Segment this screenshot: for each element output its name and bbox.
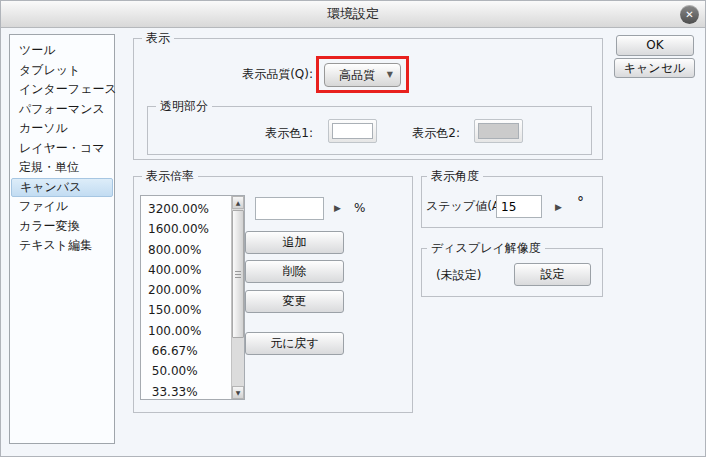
display-quality-dropdown[interactable]: 高品質 ▼ [324,63,401,87]
scrollbar-grip-icon [235,271,241,278]
zoom-level-item[interactable]: 3200.00% [141,199,244,219]
display-resolution-title: ディスプレイ解像度 [427,241,545,255]
zoom-level-item[interactable]: 400.00% [141,260,244,280]
spinner-right-icon[interactable]: ▶ [334,202,341,214]
zoom-value-input[interactable] [255,197,324,220]
transparent-part-title: 透明部分 [156,99,212,113]
degree-unit-label: ° [577,194,584,210]
zoom-level-item[interactable]: 33.33% [141,382,244,402]
cancel-button[interactable]: キャンセル [614,58,695,78]
display-color1-label: 表示色1: [258,125,313,142]
sidebar-item-file[interactable]: ファイル [10,197,114,217]
zoom-level-item[interactable]: 66.67% [141,341,244,361]
zoom-level-item[interactable]: 800.00% [141,240,244,260]
sidebar-item-layer-frame[interactable]: レイヤー・コマ [10,139,114,159]
dialog-title: 環境設定 [1,1,705,28]
reset-button[interactable]: 元に戻す [245,332,344,355]
step-value-input[interactable] [496,195,542,218]
zoom-level-listbox: 3200.00% 1600.00% 800.00% 400.00% 200.00… [140,195,245,400]
delete-button[interactable]: 削除 [245,260,344,283]
chevron-down-icon: ▼ [387,71,400,79]
sidebar-item-cursor[interactable]: カーソル [10,119,114,139]
resolution-status-text: (未設定) [436,267,481,284]
display-color1-value [332,123,373,139]
zoom-level-item[interactable]: 50.00% [141,361,244,381]
display-group: 表示 表示品質(Q): 高品質 ▼ 透明部分 表示色1: 表示色2: [133,38,603,160]
sidebar-item-performance[interactable]: パフォーマンス [10,100,114,120]
zoom-levels-title: 表示倍率 [142,169,198,183]
category-list: ツール タブレット インターフェース パフォーマンス カーソル レイヤー・コマ … [9,34,115,444]
spinner-right-icon[interactable]: ▶ [555,201,562,213]
sidebar-item-interface[interactable]: インターフェース [10,80,114,100]
set-resolution-button[interactable]: 設定 [514,263,591,286]
zoom-levels-group: 表示倍率 3200.00% 1600.00% 800.00% 400.00% 2… [133,176,413,413]
display-angle-group: 表示角度 ステップ値(A): ▶ ° [421,176,603,228]
percent-unit-label: % [354,201,365,215]
sidebar-item-tablet[interactable]: タブレット [10,61,114,81]
zoom-level-item[interactable]: 1600.00% [141,219,244,239]
zoom-level-item[interactable]: 200.00% [141,280,244,300]
sidebar-item-canvas[interactable]: キャンバス [11,178,113,198]
sidebar-item-tools[interactable]: ツール [10,41,114,61]
display-resolution-group: ディスプレイ解像度 (未設定) 設定 [421,248,603,297]
zoom-list-scrollbar[interactable]: ▲ ▼ [231,196,244,399]
display-color2-label: 表示色2: [408,125,460,142]
display-color2-value [478,123,519,139]
display-quality-label: 表示品質(Q): [207,66,313,83]
close-icon[interactable]: ✕ [680,5,699,24]
change-button[interactable]: 変更 [245,290,344,313]
transparent-part-group: 透明部分 表示色1: 表示色2: [147,106,592,155]
ok-button[interactable]: OK [616,35,694,56]
scroll-down-icon[interactable]: ▼ [232,386,244,399]
scrollbar-thumb[interactable] [232,210,244,338]
titlebar: 環境設定 ✕ [1,1,705,28]
zoom-level-item[interactable]: 100.00% [141,321,244,341]
display-color1-swatch[interactable] [328,119,377,143]
display-color2-swatch[interactable] [474,119,523,143]
preferences-dialog: 環境設定 ✕ ツール タブレット インターフェース パフォーマンス カーソル レ… [0,0,706,457]
display-group-title: 表示 [142,31,174,45]
sidebar-item-ruler-unit[interactable]: 定規・単位 [10,158,114,178]
zoom-level-item[interactable]: 150.00% [141,300,244,320]
scroll-up-icon[interactable]: ▲ [232,196,244,209]
sidebar-item-text-editing[interactable]: テキスト編集 [10,236,114,256]
add-button[interactable]: 追加 [245,231,344,254]
display-angle-title: 表示角度 [427,169,483,183]
display-quality-value: 高品質 [325,67,387,84]
sidebar-item-color-conversion[interactable]: カラー変換 [10,217,114,237]
